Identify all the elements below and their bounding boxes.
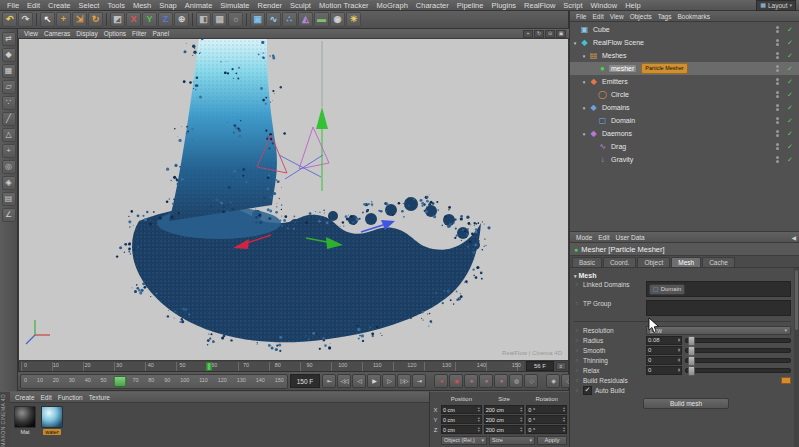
object-label[interactable]: Cube: [591, 26, 612, 33]
object-row[interactable]: ▣ Cube ✓: [570, 23, 799, 36]
materials-menu-item[interactable]: Function: [55, 394, 86, 401]
object-label[interactable]: Circle: [609, 91, 631, 98]
attribute-menu-item[interactable]: Edit: [595, 234, 612, 241]
add-light-icon[interactable]: ☀: [346, 12, 361, 27]
menu-item[interactable]: Select: [75, 1, 104, 10]
material-thumbnail[interactable]: [41, 406, 63, 428]
menu-item[interactable]: Plugins: [487, 1, 520, 10]
menu-item[interactable]: Character: [412, 1, 453, 10]
object-row[interactable]: ▢ Domain ✓: [570, 114, 799, 127]
visibility-dots[interactable]: [776, 117, 779, 124]
size-field[interactable]: 200 cm▴▾: [484, 405, 525, 414]
menu-item[interactable]: Mesh: [129, 1, 155, 10]
orbit-view-icon[interactable]: ↻: [534, 30, 544, 38]
collapse-panel-icon[interactable]: ◀: [791, 234, 796, 241]
record-rotation-button[interactable]: ●: [494, 374, 508, 388]
object-manager-menu-item[interactable]: Tags: [655, 13, 675, 20]
keyframe-dot[interactable]: ○: [574, 357, 580, 363]
object-row[interactable]: ▾ ◆ Domains ✓: [570, 101, 799, 114]
menu-item[interactable]: Animate: [181, 1, 217, 10]
expand-arrow-icon[interactable]: ▾: [581, 79, 587, 85]
object-label[interactable]: Emitters: [600, 78, 630, 85]
add-spline-icon[interactable]: ∿: [266, 12, 281, 27]
rotation-field[interactable]: 0 °▴▾: [526, 405, 567, 414]
end-frame-field[interactable]: 150 F: [290, 374, 320, 388]
y-axis-lock-icon[interactable]: Y: [142, 12, 157, 27]
current-frame-marker[interactable]: [206, 362, 211, 371]
attribute-menu-item[interactable]: User Data: [612, 234, 647, 241]
visibility-dots[interactable]: [776, 52, 779, 59]
keyframe-dot[interactable]: ○: [574, 377, 580, 383]
model-mode-icon[interactable]: ◆: [2, 48, 16, 62]
coord-size-dropdown[interactable]: Size▾: [489, 436, 535, 445]
slider-track[interactable]: [685, 358, 791, 363]
attribute-menu-item[interactable]: Mode: [573, 234, 595, 241]
visibility-dots[interactable]: [776, 143, 779, 150]
spinner-icon[interactable]: ▴▾: [520, 417, 522, 422]
object-row[interactable]: ◯ Circle ✓: [570, 88, 799, 101]
next-frame-button[interactable]: ▷: [382, 374, 396, 388]
prev-frame-button[interactable]: ◁: [352, 374, 366, 388]
add-deformer-icon[interactable]: ◭: [298, 12, 313, 27]
slider-knob[interactable]: [688, 356, 695, 366]
visibility-dots[interactable]: [776, 91, 779, 98]
enable-axis-icon[interactable]: +: [2, 144, 16, 158]
viewport-timeline-ruler[interactable]: 0102030405060708090100110120130140150 56…: [18, 361, 569, 372]
enabled-check-icon[interactable]: ✓: [785, 91, 795, 99]
menu-item[interactable]: Simulate: [216, 1, 253, 10]
menu-item[interactable]: Motion Tracker: [315, 1, 373, 10]
menu-item[interactable]: Snap: [155, 1, 181, 10]
viewport-menu-item[interactable]: Panel: [150, 30, 173, 37]
viewport-ruler-ticks[interactable]: 0102030405060708090100110120130140150: [21, 362, 524, 371]
number-field[interactable]: 0▴▾: [646, 356, 682, 365]
expand-arrow-icon[interactable]: ▾: [572, 40, 578, 46]
enabled-check-icon[interactable]: ✓: [785, 65, 795, 73]
slider-knob[interactable]: [688, 346, 695, 356]
visibility-dots[interactable]: [776, 39, 779, 46]
number-slider-field[interactable]: 0.08▴▾: [646, 336, 791, 345]
timeline-scrubber[interactable]: [114, 376, 127, 387]
materials-menu-item[interactable]: Texture: [86, 394, 113, 401]
object-manager-menu-item[interactable]: Edit: [589, 13, 606, 20]
workplane-mode-icon[interactable]: ▱: [2, 80, 16, 94]
workplane-lock-icon[interactable]: ▤: [2, 192, 16, 206]
pan-view-icon[interactable]: +: [523, 30, 533, 38]
points-mode-icon[interactable]: ∵: [2, 96, 16, 110]
add-mograph-icon[interactable]: ∴: [282, 12, 297, 27]
x-axis-lock-icon[interactable]: X: [126, 12, 141, 27]
object-label[interactable]: RealFlow Scene: [591, 39, 646, 46]
enabled-check-icon[interactable]: ✓: [785, 117, 795, 125]
spinner-icon[interactable]: ▴▾: [478, 427, 480, 432]
viewport-menu-item[interactable]: Filter: [129, 30, 149, 37]
add-cube-icon[interactable]: ▣: [250, 12, 265, 27]
visibility-dots[interactable]: [776, 130, 779, 137]
domain-link-chip[interactable]: ▢ Domain: [649, 284, 685, 295]
enabled-check-icon[interactable]: ✓: [785, 143, 795, 151]
enabled-check-icon[interactable]: ✓: [785, 156, 795, 164]
number-slider-field[interactable]: 0▴▾: [646, 356, 791, 365]
viewport-menu-item[interactable]: Display: [73, 30, 100, 37]
object-label[interactable]: Domains: [600, 104, 632, 111]
section-header[interactable]: ▾ Mesh: [574, 271, 791, 280]
slider-knob[interactable]: [688, 336, 695, 346]
object-row[interactable]: ▾ ◆ RealFlow Scene ✓: [570, 36, 799, 49]
object-label[interactable]: Drag: [609, 143, 628, 150]
scrollbar[interactable]: [794, 268, 799, 447]
object-row[interactable]: ▾ ▤ Meshes ✓: [570, 49, 799, 62]
object-label[interactable]: Daemons: [600, 130, 634, 137]
attribute-tab[interactable]: Basic: [572, 257, 602, 267]
spinner-icon[interactable]: ▴▾: [478, 417, 480, 422]
coord-mode-dropdown[interactable]: Object (Rel.)▾: [441, 436, 487, 445]
slider-track[interactable]: [685, 338, 791, 343]
z-axis-lock-icon[interactable]: Z: [158, 12, 173, 27]
toggle-view-icon[interactable]: ▣: [556, 30, 566, 38]
prev-key-button[interactable]: ◁◁: [337, 374, 351, 388]
menu-item[interactable]: Edit: [23, 1, 44, 10]
spinner-icon[interactable]: ▴▾: [520, 407, 522, 412]
viewport-menu-item[interactable]: View: [21, 30, 41, 37]
number-slider-field[interactable]: 0▴▾: [646, 366, 791, 375]
visibility-dots[interactable]: [776, 26, 779, 33]
keyframe-dot[interactable]: ○: [574, 347, 580, 353]
size-field[interactable]: 200 cm▴▾: [484, 415, 525, 424]
layout-selector[interactable]: ▦ Layout ▾: [756, 0, 796, 11]
